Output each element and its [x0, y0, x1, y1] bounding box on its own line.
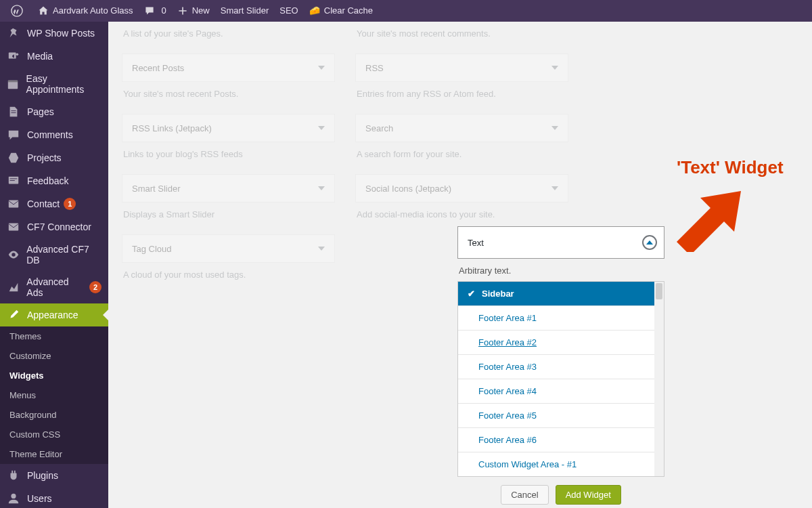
feedback-icon — [7, 175, 20, 187]
media-icon — [7, 50, 20, 62]
widget-search[interactable]: Search — [355, 114, 568, 142]
chevron-down-icon — [551, 66, 558, 70]
annotation-label: 'Text' Widget — [677, 157, 784, 178]
area-option-footer-1[interactable]: Footer Area #1 — [458, 306, 664, 331]
sidebar-item-cf7-connector[interactable]: CF7 Connector — [0, 215, 108, 238]
widget-desc: Entries from any RSS or Atom feed. — [355, 82, 568, 114]
svg-rect-11 — [9, 224, 18, 231]
area-option-sidebar[interactable]: ✔ Sidebar — [458, 282, 664, 306]
text-widget-header[interactable]: Text — [457, 226, 664, 259]
arrow-icon — [677, 177, 758, 252]
sidebar-item-users[interactable]: Users — [0, 487, 108, 508]
notification-badge: 2 — [89, 281, 102, 293]
widget-rss-links[interactable]: RSS Links (Jetpack) — [122, 114, 335, 142]
sidebar-item-comments[interactable]: Comments — [0, 123, 108, 146]
plus-icon — [177, 5, 188, 16]
widget-recent-posts[interactable]: Recent Posts — [122, 54, 335, 82]
seo-link[interactable]: SEO — [274, 0, 303, 22]
chart-icon — [7, 281, 20, 293]
chevron-down-icon — [318, 247, 325, 251]
new-label: New — [192, 0, 210, 22]
sidebar-item-advanced-ads[interactable]: Advanced Ads2 — [0, 271, 108, 303]
sidebar-item-media[interactable]: Media — [0, 45, 108, 68]
chevron-down-icon — [318, 186, 325, 190]
svg-rect-8 — [10, 178, 18, 179]
user-icon — [7, 492, 20, 505]
submenu-theme-editor[interactable]: Theme Editor — [0, 444, 108, 464]
sidebar-item-appearance[interactable]: Appearance — [0, 303, 108, 326]
submenu-menus[interactable]: Menus — [0, 385, 108, 405]
admin-sidebar: WP Show Posts Media Easy Appointments Pa… — [0, 22, 108, 508]
widget-desc: A search form for your site. — [355, 142, 568, 174]
text-widget-title: Text — [468, 238, 484, 248]
chevron-up-icon[interactable] — [642, 235, 657, 250]
cancel-button[interactable]: Cancel — [501, 485, 548, 505]
area-option-footer-6[interactable]: Footer Area #6 — [458, 428, 664, 452]
widget-smart-slider[interactable]: Smart Slider — [122, 174, 335, 203]
widget-social-icons[interactable]: Social Icons (Jetpack) — [355, 174, 568, 203]
submenu-custom-css[interactable]: Custom CSS — [0, 425, 108, 444]
sidebar-item-feedback[interactable]: Feedback — [0, 169, 108, 192]
plugin-icon — [7, 469, 20, 482]
widget-tag-cloud[interactable]: Tag Cloud — [122, 234, 335, 263]
widget-actions: Cancel Add Widget — [457, 477, 664, 508]
svg-marker-13 — [677, 191, 741, 252]
submenu-widgets[interactable]: Widgets — [0, 366, 108, 385]
scrollbar[interactable] — [654, 282, 664, 476]
widget-area-list: ✔ Sidebar Footer Area #1 Footer Area #2 … — [457, 281, 664, 477]
widget-rss[interactable]: RSS — [355, 54, 568, 82]
pin-icon — [7, 27, 20, 39]
widget-desc: Links to your blog's RSS feeds — [122, 142, 335, 174]
sidebar-item-plugins[interactable]: Plugins — [0, 464, 108, 487]
clear-cache-link[interactable]: 🧀 Clear Cache — [304, 0, 378, 22]
annotation: 'Text' Widget — [677, 157, 784, 185]
site-link[interactable]: Aardvark Auto Glass — [32, 0, 139, 22]
sidebar-item-wp-show-posts[interactable]: WP Show Posts — [0, 22, 108, 45]
widget-desc: Displays a Smart Slider — [122, 203, 335, 234]
scroll-thumb[interactable] — [656, 283, 662, 299]
projects-icon — [7, 152, 20, 164]
submenu-customize[interactable]: Customize — [0, 346, 108, 366]
text-widget-desc: Arbitrary text. — [457, 259, 664, 281]
svg-rect-6 — [11, 112, 16, 113]
area-option-footer-4[interactable]: Footer Area #4 — [458, 379, 664, 404]
brush-icon — [7, 309, 20, 321]
widget-desc: Your site's most recent Posts. — [122, 82, 335, 114]
wp-logo[interactable] — [5, 0, 32, 22]
admin-toolbar: Aardvark Auto Glass 0 New Smart Slider S… — [0, 0, 812, 22]
sidebar-item-easy-appointments[interactable]: Easy Appointments — [0, 68, 108, 100]
sidebar-item-contact[interactable]: Contact1 — [0, 192, 108, 215]
smart-slider-link[interactable]: Smart Slider — [215, 0, 275, 22]
eye-icon — [7, 249, 20, 261]
comments-link[interactable]: 0 — [139, 0, 172, 22]
area-option-footer-5[interactable]: Footer Area #5 — [458, 404, 664, 428]
svg-rect-9 — [10, 180, 15, 181]
chevron-down-icon — [318, 66, 325, 70]
add-widget-button[interactable]: Add Widget — [556, 485, 621, 505]
svg-rect-10 — [9, 200, 18, 208]
notification-badge: 1 — [64, 198, 76, 210]
area-option-custom-1[interactable]: Custom Widget Area - #1 — [458, 452, 664, 476]
submenu-background[interactable]: Background — [0, 405, 108, 425]
comment-icon — [144, 5, 155, 16]
appearance-submenu: Themes Customize Widgets Menus Backgroun… — [0, 326, 108, 464]
chevron-down-icon — [551, 126, 558, 130]
new-link[interactable]: New — [172, 0, 215, 22]
comments-icon — [7, 129, 20, 141]
sidebar-item-projects[interactable]: Projects — [0, 146, 108, 169]
text-widget-panel: Text Arbitrary text. ✔ Sidebar Footer Ar… — [457, 226, 664, 508]
svg-rect-4 — [8, 81, 18, 83]
chevron-down-icon — [551, 186, 558, 190]
mail-icon — [7, 221, 20, 233]
sidebar-item-advanced-cf7-db[interactable]: Advanced CF7 DB — [0, 238, 108, 271]
svg-point-12 — [11, 494, 16, 499]
submenu-themes[interactable]: Themes — [0, 326, 108, 346]
sidebar-item-pages[interactable]: Pages — [0, 100, 108, 123]
main-content: A list of your site's Pages. Recent Post… — [108, 22, 812, 508]
comment-count: 0 — [162, 0, 166, 22]
area-option-footer-3[interactable]: Footer Area #3 — [458, 355, 664, 379]
svg-point-2 — [16, 54, 19, 56]
area-option-footer-2[interactable]: Footer Area #2 — [458, 331, 664, 355]
widget-desc: A cloud of your most used tags. — [122, 263, 335, 295]
check-icon: ✔ — [468, 289, 475, 299]
